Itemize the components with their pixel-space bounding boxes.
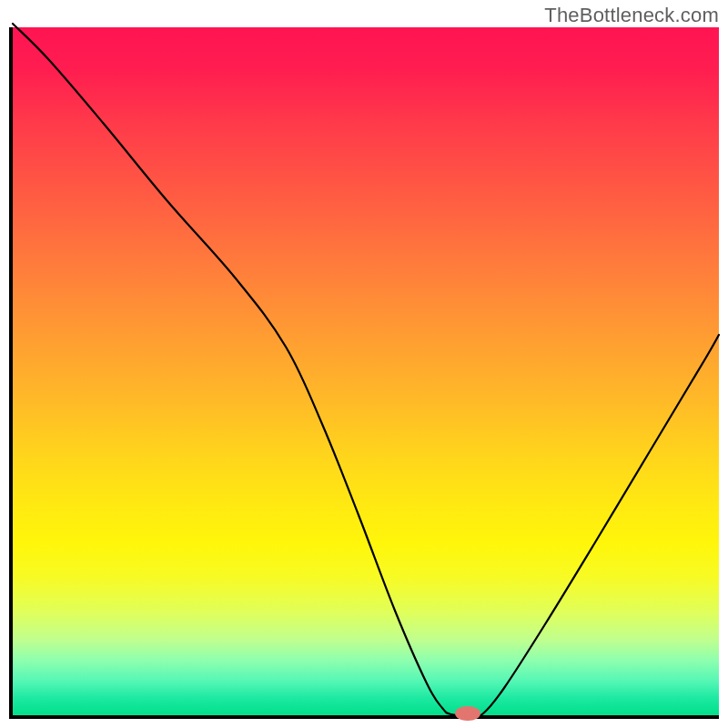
curve-layer [13,27,719,715]
watermark-text: TheBottleneck.com [544,4,719,27]
optimum-marker [455,706,480,721]
bottleneck-curve [13,24,719,716]
plot-area [9,27,719,719]
chart-frame: TheBottleneck.com [0,0,728,728]
